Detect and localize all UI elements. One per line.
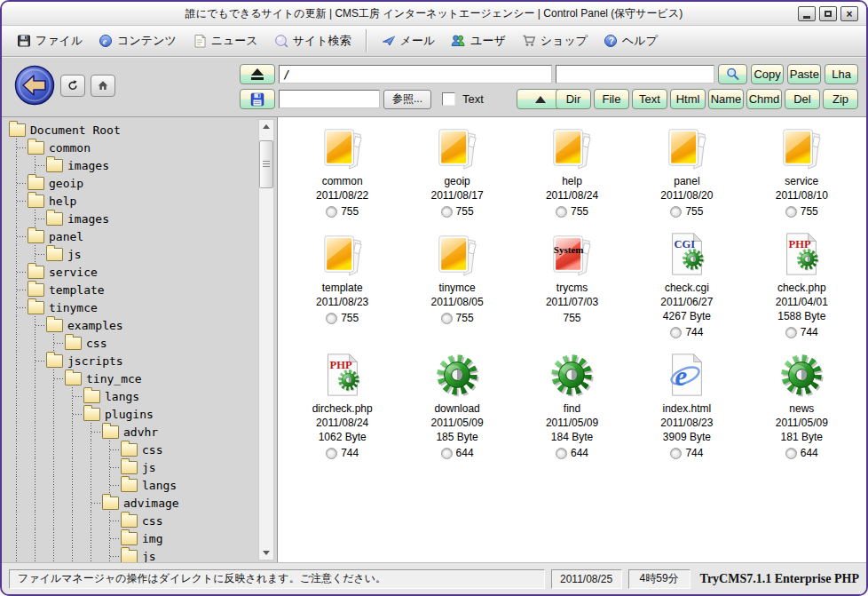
folder-icon[interactable] [663, 123, 711, 171]
file-item[interactable]: tinymce2011/08/05755 [399, 230, 514, 339]
tree-item[interactable]: panel [8, 227, 256, 245]
tree-item[interactable]: service [8, 263, 256, 281]
file-item[interactable]: eindex.html2011/08/233909 Byte744 [629, 351, 744, 460]
folder-icon[interactable] [319, 123, 367, 171]
permission-radio[interactable] [785, 206, 797, 218]
file-item[interactable]: common2011/08/22755 [285, 123, 399, 219]
zip-button[interactable]: Zip [823, 89, 858, 109]
tree-item[interactable]: advimage [8, 494, 256, 512]
home-button[interactable] [91, 75, 115, 97]
file-item[interactable]: find2011/05/09184 Byte644 [515, 351, 629, 460]
save-button[interactable] [240, 89, 275, 109]
folder-system-icon[interactable]: System [548, 230, 596, 278]
permission-radio[interactable] [785, 327, 797, 338]
menu-item-help[interactable]: ? ヘルプ [596, 29, 666, 52]
file-item[interactable]: PHPdircheck.php2011/08/241062 Byte744 [285, 351, 399, 460]
text-checkbox[interactable] [442, 92, 455, 106]
search-input[interactable] [556, 65, 714, 83]
tree-item[interactable]: js [8, 245, 256, 263]
menu-item-news[interactable]: ニュース [185, 29, 266, 52]
file-item[interactable]: help2011/08/24755 [515, 123, 629, 219]
permission-radio[interactable] [670, 448, 682, 459]
menu-item-contents[interactable]: e コンテンツ [91, 29, 185, 52]
search-button[interactable] [718, 64, 747, 84]
menu-item-user[interactable]: ユーザ [443, 29, 514, 52]
file-html-icon[interactable]: e [663, 351, 711, 399]
menu-item-mail[interactable]: メール [374, 29, 444, 52]
reload-button[interactable] [60, 75, 85, 97]
tree-item[interactable]: images [8, 210, 256, 227]
tree-item[interactable]: Document Root [8, 121, 256, 139]
tree-item[interactable]: css [8, 441, 256, 458]
scroll-thumb[interactable] [259, 140, 273, 188]
chmd-button[interactable]: Chmd [746, 89, 782, 109]
tree-item[interactable]: advhr [8, 423, 256, 441]
file-php-icon[interactable]: PHP [777, 230, 825, 278]
tree-item[interactable]: template [8, 281, 256, 298]
folder-icon[interactable] [777, 123, 825, 171]
file-item[interactable]: download2011/05/09185 Byte644 [399, 351, 514, 460]
file-item[interactable]: Systemtrycms2011/07/03755 [515, 230, 629, 339]
folder-icon[interactable] [319, 230, 367, 278]
tree-item[interactable]: tiny_mce [8, 370, 256, 387]
permission-radio[interactable] [326, 206, 337, 218]
upload-file-input[interactable] [279, 90, 380, 108]
file-php-icon[interactable]: PHP [319, 351, 367, 399]
file-button[interactable]: File [594, 89, 629, 109]
permission-radio[interactable] [441, 206, 453, 218]
scroll-down-button[interactable] [259, 546, 273, 560]
tree-item[interactable]: langs [8, 387, 256, 405]
text-button[interactable]: Text [632, 89, 667, 109]
tree-item[interactable]: examples [8, 316, 256, 334]
tree-item[interactable]: img [8, 529, 256, 547]
copy-button[interactable]: Copy [751, 64, 785, 84]
permission-radio[interactable] [326, 448, 337, 459]
permission-radio[interactable] [441, 313, 453, 324]
gear-icon[interactable] [433, 351, 481, 399]
tree-item[interactable]: js [8, 458, 256, 476]
tree-item[interactable]: tinymce [8, 298, 256, 316]
scroll-track[interactable] [259, 133, 273, 546]
permission-radio[interactable] [556, 448, 567, 459]
file-item[interactable]: service2011/08/10755 [745, 123, 859, 219]
file-item[interactable]: PHPcheck.php2011/04/011588 Byte744 [745, 230, 859, 339]
path-input[interactable] [279, 65, 552, 83]
tree-scrollbar[interactable] [258, 119, 274, 560]
permission-radio[interactable] [556, 206, 567, 218]
paste-button[interactable]: Paste [787, 64, 821, 84]
scroll-up-button[interactable] [259, 120, 273, 133]
tree-item[interactable]: css [8, 334, 256, 352]
del-button[interactable]: Del [785, 89, 820, 109]
permission-radio[interactable] [441, 448, 453, 459]
permission-radio[interactable] [785, 448, 797, 459]
minimize-button[interactable] [798, 6, 816, 21]
tree-item[interactable]: jscripts [8, 352, 256, 370]
dir-button[interactable]: Dir [556, 89, 591, 109]
tree-item[interactable]: images [8, 156, 256, 174]
name-button[interactable]: Name [708, 89, 744, 109]
permission-radio[interactable] [670, 327, 682, 338]
tree-item[interactable]: css [8, 512, 256, 529]
permission-radio[interactable] [670, 206, 682, 218]
file-item[interactable]: CGIcheck.cgi2011/06/274267 Byte744 [629, 230, 744, 339]
tree-item[interactable]: geoip [8, 174, 256, 192]
back-button[interactable] [14, 65, 55, 106]
permission-radio[interactable] [326, 313, 337, 324]
tree-item[interactable]: common [8, 139, 256, 156]
file-cgi-icon[interactable]: CGI [663, 230, 711, 278]
file-item[interactable]: panel2011/08/20755 [629, 123, 744, 219]
tree-item[interactable]: help [8, 192, 256, 210]
menu-item-file[interactable]: ファイル [9, 29, 91, 52]
tree-item[interactable]: js [8, 547, 256, 562]
file-item[interactable]: geoip2011/08/17755 [399, 123, 514, 219]
menu-item-shop[interactable]: ショップ [514, 29, 596, 52]
folder-icon[interactable] [433, 230, 481, 278]
file-item[interactable]: news2011/05/09181 Byte644 [745, 351, 859, 460]
folder-icon[interactable] [433, 123, 481, 171]
html-button[interactable]: Html [670, 89, 706, 109]
close-button[interactable]: × [840, 6, 858, 21]
eject-button[interactable] [240, 64, 275, 84]
gear-icon[interactable] [777, 351, 825, 399]
tree-item[interactable]: langs [8, 476, 256, 494]
maximize-button[interactable] [819, 6, 837, 21]
